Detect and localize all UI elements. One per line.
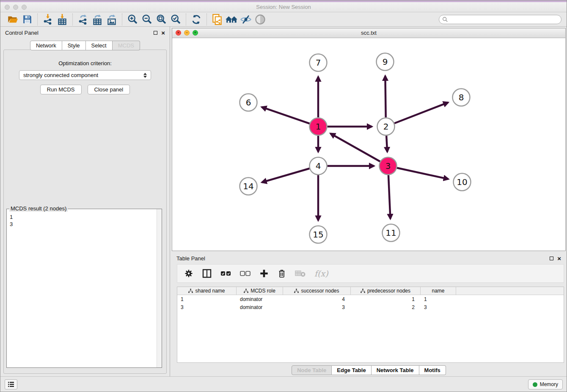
toolbar-separator [37, 14, 38, 25]
column-hierarchy-icon [244, 289, 248, 293]
tab-motifs[interactable]: Motifs [419, 365, 446, 375]
close-table-panel-icon[interactable]: × [557, 255, 561, 262]
edge-1-6[interactable] [262, 107, 310, 124]
node-label-15: 15 [313, 229, 323, 240]
network-canvas[interactable]: 7968124314101511 [172, 38, 565, 251]
zoom-out-icon[interactable] [140, 13, 154, 26]
node-label-6: 6 [246, 97, 251, 108]
mcds-result-list: 13 [7, 209, 162, 228]
delete-icon[interactable] [277, 269, 286, 278]
column-header-MCDS-role[interactable]: MCDS role [237, 287, 283, 295]
table-row[interactable]: 1dominator411 [177, 296, 564, 303]
memory-button[interactable]: Memory [528, 379, 563, 389]
float-table-panel-icon[interactable] [550, 257, 553, 260]
status-bar: Memory [0, 376, 567, 392]
mcds-result-node: 3 [10, 221, 159, 228]
edge-3-11[interactable] [388, 175, 391, 218]
table-panel: Table Panel × [172, 252, 566, 376]
column-header-predecessor-nodes[interactable]: predecessor nodes [351, 287, 421, 295]
delete-table-icon[interactable] [295, 270, 306, 277]
node-label-9: 9 [383, 57, 388, 67]
memory-label: Memory [540, 381, 558, 387]
toolbar-separator [186, 14, 186, 25]
clone-network-icon[interactable] [210, 13, 224, 26]
search-icon [442, 17, 448, 22]
tab-mcds[interactable]: MCDS [113, 41, 140, 50]
function-builder-icon[interactable]: f(x) [314, 269, 328, 278]
toolbar-separator [122, 14, 122, 25]
node-table[interactable]: shared nameMCDS rolesuccessor nodesprede… [177, 287, 564, 363]
node-label-7: 7 [316, 58, 321, 68]
close-panel-button[interactable]: Close panel [88, 85, 130, 94]
table-cell: 3 [283, 304, 351, 311]
table-toolbar: f(x) [177, 264, 564, 283]
table-cell: dominator [237, 304, 283, 311]
table-header-row[interactable]: shared nameMCDS rolesuccessor nodesprede… [177, 287, 564, 295]
node-label-2: 2 [383, 121, 389, 132]
optimization-criterion-select[interactable]: strongly connected component [19, 70, 151, 80]
column-header-successor-nodes[interactable]: successor nodes [283, 287, 351, 295]
add-icon[interactable] [259, 269, 269, 278]
search-input[interactable] [450, 17, 558, 22]
table-row[interactable]: 3dominator323 [177, 304, 564, 311]
select-all-icon[interactable] [220, 270, 231, 277]
run-mcds-button[interactable]: Run MCDS [40, 85, 82, 94]
import-table-icon[interactable] [55, 13, 69, 26]
result-scrollbar[interactable] [157, 209, 162, 367]
edge-2-3[interactable] [386, 135, 387, 152]
tab-style[interactable]: Style [62, 41, 86, 50]
window-title: Session: New Session [0, 4, 567, 10]
open-session-icon[interactable] [6, 13, 20, 26]
column-hierarchy-icon [294, 289, 299, 293]
save-session-icon[interactable] [20, 13, 34, 26]
zoom-selected-icon[interactable] [168, 13, 183, 26]
titlebar: Session: New Session [0, 2, 567, 12]
edge-3-10[interactable] [397, 168, 448, 179]
mcds-result-box: MCDS result (2 nodes) 13 [6, 209, 162, 368]
search-field[interactable] [439, 15, 561, 24]
table-body[interactable]: 1dominator4113dominator323 [177, 296, 564, 311]
task-history-button[interactable] [5, 379, 17, 389]
network-window-titlebar[interactable]: × − + scc.txt [172, 28, 565, 38]
float-panel-icon[interactable] [154, 31, 157, 35]
edge-3-1[interactable] [330, 133, 380, 161]
network-graph[interactable]: 7968124314101511 [172, 38, 565, 251]
main-toolbar [0, 12, 567, 27]
network-view-window: × − + scc.txt 7968124314101511 [172, 28, 566, 251]
zoom-fit-icon[interactable] [154, 13, 168, 26]
column-header-shared-name[interactable]: shared name [177, 287, 237, 295]
refresh-icon[interactable] [189, 13, 204, 26]
edge-2-8[interactable] [394, 102, 448, 123]
close-panel-icon[interactable]: × [161, 30, 165, 36]
table-cell: 3 [421, 304, 456, 311]
network-window-title: scc.txt [172, 30, 565, 36]
tab-select[interactable]: Select [86, 41, 113, 50]
node-label-11: 11 [385, 228, 396, 238]
export-network-icon[interactable] [76, 13, 90, 26]
hide-eye-icon[interactable] [239, 13, 253, 26]
edge-4-14[interactable] [262, 168, 309, 182]
column-pane-icon[interactable] [202, 268, 212, 279]
column-header-name[interactable]: name [421, 287, 456, 295]
export-table-icon[interactable] [90, 13, 105, 26]
gear-icon[interactable] [184, 269, 193, 278]
show-eye-icon[interactable] [253, 13, 267, 26]
table-panel-title: Table Panel [176, 255, 205, 262]
table-cell: 1 [351, 296, 421, 303]
chevron-up-down-icon [143, 73, 147, 78]
zoom-in-icon[interactable] [125, 13, 140, 26]
node-label-10: 10 [457, 177, 467, 187]
import-network-icon[interactable] [41, 13, 55, 26]
table-cell: 2 [351, 304, 421, 311]
edge-2-9[interactable] [385, 76, 385, 117]
control-panel-title: Control Panel [5, 30, 39, 36]
tab-node-table[interactable]: Node Table [292, 365, 332, 375]
home-icon[interactable] [224, 13, 239, 26]
tab-network-table[interactable]: Network Table [372, 365, 419, 375]
export-image-icon[interactable] [105, 13, 119, 26]
table-cell: dominator [237, 296, 283, 303]
node-label-8: 8 [459, 92, 464, 102]
tab-network[interactable]: Network [30, 41, 62, 50]
deselect-all-icon[interactable] [240, 270, 251, 277]
tab-edge-table[interactable]: Edge Table [332, 365, 371, 375]
